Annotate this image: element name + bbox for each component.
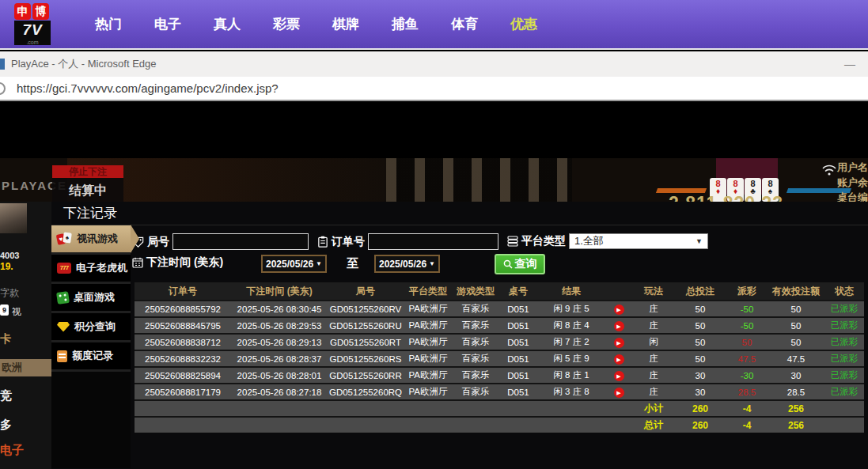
background-strip: 4003 19. 字款 9 视 卡 欧洲 竞 多 电子 (0, 202, 51, 469)
status-settling: 结算中 (52, 178, 123, 202)
gem-icon (57, 322, 70, 332)
cell-valid-bet: 50 (768, 304, 824, 314)
minimize-button[interactable]: — (841, 58, 859, 70)
sidebar-item-live-games[interactable]: 视讯游戏 (51, 225, 131, 255)
nav-item-6[interactable]: 体育 (451, 15, 478, 33)
column-header: 玩法 (633, 285, 674, 298)
date-from-select[interactable]: 2025/05/26 ▼ (261, 255, 327, 273)
site-navbar: 申 博 7V .com 热门电子真人彩票棋牌捕鱼体育优惠 (0, 0, 868, 50)
column-header: 总投注 (674, 285, 726, 298)
nav-item-5[interactable]: 捕鱼 (392, 15, 419, 33)
date-to-select[interactable]: 2025/05/26 ▼ (374, 255, 440, 273)
cell-total-bet: 50 (674, 354, 726, 364)
to-label: 至 (347, 256, 358, 271)
cell-play: 庄 (633, 386, 674, 398)
fragment-duo: 多 (0, 418, 12, 433)
status-stop-betting: 停止下注 (52, 165, 123, 178)
document-icon (57, 350, 67, 362)
cell-replay: ▶ (605, 320, 633, 331)
browser-urlbar[interactable]: https://gci.7vvvvvv.com/agingame/pcv2/in… (0, 77, 868, 101)
sidebar-item-label: 桌面游戏 (74, 290, 115, 304)
cell-result: 闲 8 庄 1 (538, 369, 605, 381)
nav-item-1[interactable]: 电子 (154, 15, 181, 33)
cell-payout: -50 (726, 304, 768, 314)
sidebar-item-slots[interactable]: 电子老虎机 (51, 255, 131, 284)
order-number-input[interactable] (368, 233, 498, 250)
cell-total-bet: 30 (674, 371, 726, 380)
dice-icon (56, 291, 70, 304)
cell-payout: -50 (726, 321, 768, 331)
bet-table: 订单号下注时间 (美东)局号平台类型游戏类型桌号结果玩法总投注派彩有效投注额状态… (135, 282, 864, 433)
replay-button[interactable]: ▶ (614, 321, 624, 331)
cell-valid-bet: 30 (768, 371, 824, 380)
cell-platform: PA欧洲厅 (404, 320, 453, 331)
account-label: 账户余额 (837, 175, 868, 190)
cell-game-type: 百家乐 (453, 353, 498, 365)
search-button[interactable]: 查询 (495, 254, 545, 274)
banner-machines (386, 158, 572, 202)
cell-round-id: GD051255260RU (328, 321, 404, 331)
cell-total-bet: 50 (674, 338, 726, 347)
cell-result: 闲 9 庄 5 (538, 303, 605, 315)
cell-table-no: D051 (498, 388, 538, 397)
sidebar: 视讯游戏 电子老虎机 桌面游戏 积分查询 额度记录 (51, 225, 131, 468)
cell-bet-time: 2025-05-26 08:29:53 (231, 321, 328, 331)
cell-game-type: 百家乐 (453, 369, 498, 381)
fragment-dianzi: 电子 (0, 443, 24, 458)
platform-icon (507, 236, 518, 247)
cell-status: 已派彩 (824, 353, 864, 365)
page-background (0, 103, 868, 158)
platform-type-label: 平台类型 (521, 234, 566, 248)
screen: 申 博 7V .com 热门电子真人彩票棋牌捕鱼体育优惠 PlayAce - 个… (0, 0, 868, 469)
cell-replay: ▶ (605, 337, 633, 348)
sidebar-item-credit-records[interactable]: 额度记录 (51, 342, 131, 372)
round-number-input[interactable] (172, 233, 309, 250)
cell-play: 闲 (633, 336, 674, 348)
cell-total-bet: 50 (674, 321, 726, 331)
cell-table-no: D051 (498, 338, 538, 347)
search-button-label: 查询 (515, 257, 537, 271)
cell-round-id: GD051255260RR (328, 371, 404, 380)
replay-button[interactable]: ▶ (614, 388, 624, 398)
replay-button[interactable]: ▶ (614, 354, 624, 365)
replay-button[interactable]: ▶ (614, 371, 624, 381)
column-header: 桌号 (498, 285, 538, 298)
cell-table-no: D051 (498, 304, 538, 314)
replay-button[interactable]: ▶ (614, 338, 624, 348)
clipboard-icon (317, 236, 328, 248)
logo-char-1: 申 (14, 3, 31, 20)
cell-replay: ▶ (605, 304, 633, 315)
cell-platform: PA欧洲厅 (404, 386, 453, 398)
column-header: 有效投注额 (768, 285, 824, 298)
chevron-down-icon: ▼ (429, 260, 435, 267)
cell-platform: PA欧洲厅 (404, 353, 453, 365)
calendar-icon (132, 257, 143, 268)
url-text[interactable]: https://gci.7vvvvvv.com/agingame/pcv2/in… (17, 81, 279, 95)
site-logo[interactable]: 申 博 7V .com (14, 3, 62, 45)
cell-payout: 47.5 (726, 354, 768, 364)
platform-type-select[interactable]: 1.全部 ▼ (569, 233, 708, 249)
sidebar-item-points[interactable]: 积分查询 (51, 313, 131, 342)
nav-item-3[interactable]: 彩票 (273, 15, 300, 33)
nav-item-7[interactable]: 优惠 (510, 15, 537, 33)
logo-7v: 7V (14, 21, 51, 40)
cell-payout: 50 (726, 338, 768, 347)
table-row: 2505260888322322025-05-26 08:28:37GD0512… (135, 350, 864, 366)
cell-play: 庄 (633, 303, 674, 315)
nav-item-0[interactable]: 热门 (95, 15, 122, 33)
fragment-amount: 19. (0, 261, 13, 272)
total-label: 总计 (633, 418, 674, 432)
cell-sum: 256 (768, 403, 824, 414)
cell-sum: 260 (674, 403, 726, 414)
page-info-icon[interactable] (0, 82, 6, 95)
cell-table-no: D051 (498, 354, 538, 364)
sidebar-item-table-games[interactable]: 桌面游戏 (51, 284, 131, 313)
replay-button[interactable]: ▶ (614, 304, 624, 315)
cell-order-id: 250526088817179 (135, 388, 231, 397)
account-label: 用户名称 (837, 160, 868, 175)
fragment-deposit: 字款 (0, 286, 19, 300)
fragment-shi: 视 (12, 305, 21, 319)
nav-item-4[interactable]: 棋牌 (332, 15, 359, 33)
nav-item-2[interactable]: 真人 (214, 15, 241, 33)
logo-com: .com (14, 40, 51, 45)
